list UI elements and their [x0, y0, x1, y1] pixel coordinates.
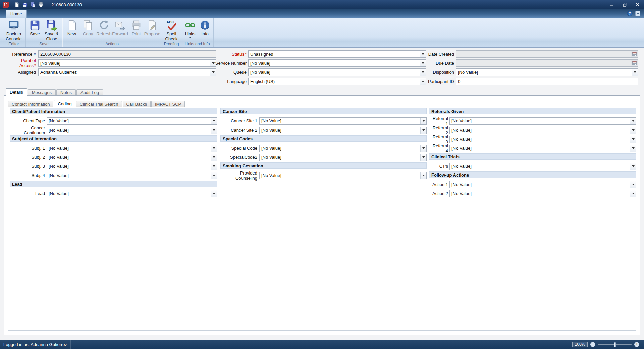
links-button[interactable]: Links: [182, 19, 198, 38]
chevron-down-icon[interactable]: [211, 154, 217, 161]
coding-column-3: Referrals Given Referral 1 [No Value] Re…: [429, 108, 636, 199]
save-all-icon[interactable]: [29, 1, 37, 8]
app-icon[interactable]: [3, 2, 9, 8]
help-icon[interactable]: ?: [627, 11, 633, 16]
subj-2-select[interactable]: [No Value]: [47, 154, 217, 161]
copy-button[interactable]: Copy: [80, 19, 96, 36]
status-select[interactable]: Unassigned: [248, 50, 426, 58]
tab-messages[interactable]: Messages: [28, 89, 56, 95]
chevron-down-icon[interactable]: [211, 127, 217, 134]
propose-icon: [147, 19, 158, 31]
chevron-down-icon[interactable]: [630, 163, 636, 170]
cancer-site-1-select[interactable]: [No Value]: [259, 117, 427, 125]
cancer-continuum-label: Cancer Continuum: [10, 125, 45, 135]
tab-audit-log[interactable]: Audit Log: [76, 89, 103, 95]
point-of-access-select[interactable]: [No Value]: [38, 59, 216, 67]
referral-3-select[interactable]: [No Value]: [449, 136, 636, 143]
new-document-icon[interactable]: [13, 1, 21, 8]
client-type-label: Client Type: [10, 118, 45, 123]
referral-1-select[interactable]: [No Value]: [449, 117, 636, 125]
refresh-button[interactable]: Refresh: [96, 19, 112, 36]
action-2-select[interactable]: [No Value]: [449, 190, 636, 197]
subj-1-select[interactable]: [No Value]: [47, 145, 217, 152]
tab-impact-scp[interactable]: IMPACT SCP: [151, 101, 185, 107]
client-type-select[interactable]: [No Value]: [47, 117, 217, 125]
participant-id-input[interactable]: [456, 78, 638, 85]
calendar-icon[interactable]: [631, 60, 638, 66]
provided-counseling-select[interactable]: [No Value]: [259, 172, 427, 179]
subj-3-select[interactable]: [No Value]: [47, 163, 217, 170]
zoom-out-button[interactable]: −: [590, 342, 595, 347]
tab-details[interactable]: Details: [6, 88, 27, 96]
save-button[interactable]: Save: [27, 19, 43, 36]
chevron-down-icon[interactable]: [630, 181, 636, 188]
subj-4-select[interactable]: [No Value]: [47, 172, 217, 179]
dock-console-icon: [8, 19, 19, 31]
chevron-down-icon[interactable]: [420, 172, 426, 179]
chevron-down-icon[interactable]: [630, 145, 636, 152]
spell-check-button[interactable]: ABC Spell Check: [163, 19, 179, 41]
chevron-down-icon[interactable]: [630, 190, 636, 197]
tab-call-backs[interactable]: Call Backs: [123, 101, 151, 107]
action-1-select[interactable]: [No Value]: [449, 181, 636, 188]
lead-select[interactable]: [No Value]: [47, 190, 217, 197]
zoom-in-button[interactable]: +: [634, 342, 639, 347]
chevron-down-icon[interactable]: [211, 163, 217, 170]
chevron-down-icon[interactable]: [630, 136, 636, 143]
language-select[interactable]: English (US): [248, 78, 426, 85]
chevron-down-icon[interactable]: [211, 172, 217, 179]
chevron-down-icon[interactable]: [632, 69, 638, 76]
minimize-ribbon-icon[interactable]: [635, 11, 641, 16]
svg-text:?: ?: [629, 12, 631, 15]
new-file-icon: [66, 19, 77, 31]
forward-button[interactable]: Forward: [112, 19, 128, 36]
cts-select[interactable]: [No Value]: [449, 163, 636, 170]
assigned-select[interactable]: Adrianna Gutierrez: [38, 68, 216, 76]
chevron-down-icon[interactable]: [211, 118, 217, 124]
chevron-down-icon[interactable]: [630, 127, 636, 134]
zoom-slider[interactable]: [598, 344, 632, 345]
calendar-icon[interactable]: [631, 51, 638, 57]
section-referrals-given: Referrals Given: [429, 108, 636, 114]
tab-contact-information[interactable]: Contact Information: [8, 101, 53, 107]
date-created-input[interactable]: [456, 50, 638, 58]
tab-notes[interactable]: Notes: [56, 89, 76, 95]
disposition-select[interactable]: [No Value]: [456, 68, 638, 76]
save-and-close-button[interactable]: Save & Close: [43, 19, 61, 41]
section-smoking-cessation: Smoking Cessation: [220, 162, 427, 169]
cancer-site-2-select[interactable]: [No Value]: [259, 127, 427, 134]
tab-clinical-trial-search[interactable]: Clinical Trial Search: [76, 101, 122, 107]
propose-button[interactable]: Propose: [144, 19, 160, 36]
chevron-down-icon[interactable]: [420, 145, 426, 152]
close-button[interactable]: [631, 0, 644, 9]
chevron-down-icon[interactable]: [420, 118, 426, 124]
referral-2-select[interactable]: [No Value]: [449, 127, 636, 134]
tab-coding[interactable]: Coding: [54, 100, 75, 107]
service-number-select[interactable]: [No Value]: [248, 59, 426, 67]
chevron-down-icon[interactable]: [630, 118, 636, 124]
restore-button[interactable]: [619, 0, 631, 9]
queue-select[interactable]: [No Value]: [248, 68, 426, 76]
save-icon-small[interactable]: [21, 1, 29, 8]
info-button[interactable]: Info: [198, 19, 212, 36]
titlebar: 210608-000130: [0, 0, 644, 9]
special-code-2-select[interactable]: [No Value]: [259, 154, 427, 161]
due-date-input[interactable]: [456, 59, 638, 67]
print-icon-small[interactable]: [37, 1, 45, 8]
dock-to-console-button[interactable]: Dock to Console: [3, 19, 24, 41]
special-code-select[interactable]: [No Value]: [259, 145, 427, 152]
ribbon-tab-home[interactable]: Home: [6, 10, 27, 18]
chevron-down-icon[interactable]: [420, 154, 426, 161]
section-subject-of-interaction: Subject of Interaction: [10, 135, 217, 142]
save-close-icon: [46, 19, 57, 31]
chevron-down-icon[interactable]: [211, 145, 217, 152]
zoom-slider-thumb[interactable]: [614, 342, 616, 347]
cancer-continuum-select[interactable]: [No Value]: [47, 127, 217, 134]
chevron-down-icon[interactable]: [211, 190, 217, 197]
chevron-down-icon[interactable]: [420, 127, 426, 134]
new-button[interactable]: New: [64, 19, 80, 36]
referral-4-select[interactable]: [No Value]: [449, 145, 636, 152]
reference-number-input[interactable]: [38, 50, 216, 58]
minimize-button[interactable]: [606, 0, 619, 9]
print-button[interactable]: Print: [128, 19, 144, 36]
